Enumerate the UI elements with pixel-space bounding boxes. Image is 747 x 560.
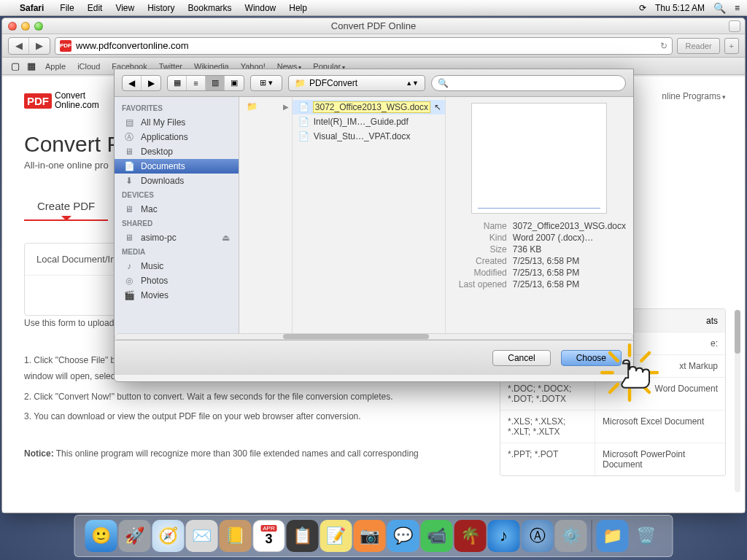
dock-launchpad-icon[interactable]: 🚀 bbox=[119, 520, 151, 552]
folder-icon: 📁 bbox=[295, 78, 306, 88]
dock-calendar-icon[interactable]: APR3 bbox=[253, 520, 285, 552]
logo-badge: PDF bbox=[24, 93, 52, 109]
applications-icon: Ⓐ bbox=[123, 132, 135, 142]
show-bookmarks-icon[interactable]: ▢ bbox=[8, 61, 23, 71]
dock-downloads-icon[interactable]: 📁 bbox=[597, 520, 629, 552]
dock-safari-icon[interactable]: 🧭 bbox=[152, 520, 185, 552]
sidebar-item-allmyfiles[interactable]: ▤All My Files bbox=[115, 115, 239, 130]
dialog-scrollbar[interactable] bbox=[115, 333, 633, 340]
dock-contacts-icon[interactable]: 📒 bbox=[220, 520, 252, 552]
dock-trash-icon[interactable]: 🗑️ bbox=[630, 520, 662, 552]
music-icon: ♪ bbox=[123, 261, 135, 271]
list-view-icon[interactable]: ≡ bbox=[187, 76, 206, 90]
docx-icon: 📄 bbox=[298, 101, 309, 113]
bookmark-item[interactable]: iCloud bbox=[72, 60, 105, 73]
sidebar-item-documents[interactable]: 📄Documents bbox=[115, 159, 239, 174]
page-scrollbar[interactable] bbox=[735, 310, 740, 492]
column-1: 📁 ▶ bbox=[239, 97, 293, 333]
menu-file[interactable]: File bbox=[53, 3, 80, 13]
forward-button[interactable]: ▶ bbox=[29, 38, 50, 54]
file-name: Visual_Stu…_VPAT.docx bbox=[314, 131, 411, 141]
format-ext: *.PPT; *.POT bbox=[500, 443, 595, 475]
file-open-dialog: ◀ ▶ ▦ ≡ ▥ ▣ ⊞ ▾ 📁 PDFConvert ▲▼ 🔍 FAVORI… bbox=[114, 69, 634, 382]
fullscreen-button[interactable] bbox=[729, 20, 740, 32]
time-machine-icon[interactable]: ⟳ bbox=[639, 3, 646, 13]
notification-center-icon[interactable]: ≡ bbox=[735, 3, 740, 13]
column-view-icon[interactable]: ▥ bbox=[206, 76, 225, 90]
dock-iphoto-icon[interactable]: 🌴 bbox=[454, 520, 487, 552]
menu-view[interactable]: View bbox=[109, 3, 141, 13]
sidebar-item-applications[interactable]: ⒶApplications bbox=[115, 130, 239, 144]
menu-window[interactable]: Window bbox=[239, 3, 283, 13]
menu-bookmarks[interactable]: Bookmarks bbox=[182, 3, 239, 13]
dialog-back-button[interactable]: ◀ bbox=[123, 76, 142, 90]
tab-create-pdf[interactable]: Create PDF bbox=[24, 192, 108, 221]
file-name: 3072_Office2013_WSG.docx bbox=[313, 101, 430, 113]
instruction-text: 3. You can download or view the output P… bbox=[24, 409, 491, 425]
sidebar-item-mac[interactable]: 🖥Mac bbox=[115, 202, 239, 217]
dock-finder-icon[interactable]: 🙂 bbox=[85, 520, 117, 552]
sidebar-section-media: MEDIA bbox=[115, 245, 239, 259]
view-switcher[interactable]: ▦ ≡ ▥ ▣ bbox=[167, 75, 244, 91]
spotlight-icon[interactable]: 🔍 bbox=[713, 2, 726, 14]
sidebar-item-movies[interactable]: 🎬Movies bbox=[115, 288, 239, 303]
dock-itunes-icon[interactable]: ♪ bbox=[488, 520, 520, 552]
address-bar[interactable]: PDF ↻ bbox=[55, 37, 673, 55]
url-input[interactable] bbox=[76, 40, 656, 51]
file-thumbnail bbox=[471, 103, 607, 214]
sidebar-item-sharedpc[interactable]: 🖥asimo-pc⏏ bbox=[115, 230, 239, 245]
reload-icon[interactable]: ↻ bbox=[660, 41, 667, 51]
format-ext: *.DOC; *.DOCX; *.DOT; *.DOTX bbox=[500, 378, 595, 410]
choose-button[interactable]: Choose bbox=[561, 350, 622, 366]
dock-separator bbox=[592, 520, 592, 552]
app-menu[interactable]: Safari bbox=[13, 3, 50, 13]
menubar-clock[interactable]: Thu 5:12 AM bbox=[655, 3, 705, 13]
dock-preferences-icon[interactable]: ⚙️ bbox=[555, 520, 587, 552]
menu-history[interactable]: History bbox=[141, 3, 181, 13]
eject-icon[interactable]: ⏏ bbox=[222, 233, 230, 243]
reader-button[interactable]: Reader bbox=[677, 38, 719, 54]
safari-toolbar: ◀ ▶ PDF ↻ Reader + bbox=[2, 34, 745, 58]
top-sites-icon[interactable]: ▦ bbox=[24, 61, 39, 71]
dialog-nav: ◀ ▶ bbox=[122, 75, 161, 91]
file-item[interactable]: 📄Intel(R)_IM…_Guide.pdf bbox=[293, 114, 445, 129]
dialog-sidebar: FAVORITES ▤All My Files ⒶApplications 🖥D… bbox=[115, 97, 239, 333]
format-desc: Word Document bbox=[595, 378, 725, 410]
instruction-text: 2. Click "Convert Now!" button to conver… bbox=[24, 389, 491, 405]
dock-notes-icon[interactable]: 📝 bbox=[320, 520, 352, 552]
dock-reminders-icon[interactable]: 📋 bbox=[287, 520, 319, 552]
location-label: PDFConvert bbox=[309, 78, 357, 88]
bookmark-item[interactable]: Apple bbox=[40, 60, 71, 73]
sidebar-section-devices: DEVICES bbox=[115, 188, 239, 202]
dock-messages-icon[interactable]: 💬 bbox=[387, 520, 419, 552]
sidebar-item-music[interactable]: ♪Music bbox=[115, 259, 239, 273]
dock-appstore-icon[interactable]: Ⓐ bbox=[522, 520, 554, 552]
dock-mail-icon[interactable]: ✉️ bbox=[186, 520, 218, 552]
folder-icon: 📁 bbox=[247, 101, 258, 112]
sidebar-item-photos[interactable]: ◎Photos bbox=[115, 273, 239, 288]
icon-view-icon[interactable]: ▦ bbox=[168, 76, 187, 90]
back-button[interactable]: ◀ bbox=[9, 38, 29, 54]
sidebar-item-desktop[interactable]: 🖥Desktop bbox=[115, 144, 239, 159]
location-popup[interactable]: 📁 PDFConvert ▲▼ bbox=[288, 75, 425, 91]
format-ext: *.XLS; *.XLSX; *.XLT; *.XLTX bbox=[500, 411, 595, 443]
add-bookmark-button[interactable]: + bbox=[724, 38, 739, 54]
column-expand-icon: ▶ bbox=[283, 103, 289, 111]
coverflow-view-icon[interactable]: ▣ bbox=[225, 76, 244, 90]
online-programs-dropdown[interactable]: nline Programs bbox=[662, 91, 726, 101]
format-desc: Microsoft PowerPoint Document bbox=[595, 443, 725, 475]
arrange-button[interactable]: ⊞ ▾ bbox=[250, 75, 282, 91]
cancel-button[interactable]: Cancel bbox=[492, 350, 550, 366]
folder-item[interactable]: 📁 bbox=[247, 101, 258, 112]
dialog-footer: Cancel Choose bbox=[115, 340, 633, 375]
file-item[interactable]: 📄Visual_Stu…_VPAT.docx bbox=[293, 129, 445, 144]
dock-facetime-icon[interactable]: 📹 bbox=[421, 520, 453, 552]
dock-photobooth-icon[interactable]: 📷 bbox=[354, 520, 386, 552]
menu-help[interactable]: Help bbox=[282, 3, 314, 13]
dialog-search[interactable]: 🔍 bbox=[431, 75, 626, 91]
format-desc: Microsoft Excel Document bbox=[595, 411, 725, 443]
file-item-selected[interactable]: 📄3072_Office2013_WSG.docx↖ bbox=[293, 100, 445, 114]
dialog-forward-button[interactable]: ▶ bbox=[142, 76, 160, 90]
sidebar-item-downloads[interactable]: ⬇Downloads bbox=[115, 174, 239, 188]
menu-edit[interactable]: Edit bbox=[81, 3, 109, 13]
